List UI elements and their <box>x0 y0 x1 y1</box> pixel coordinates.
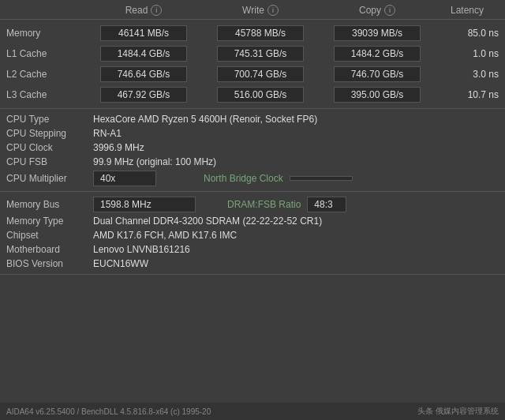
mem-info-label: Motherboard <box>6 244 93 255</box>
cpu-info-label: CPU Stepping <box>6 128 93 139</box>
mem-bus-value: 1598.8 MHz <box>93 197 196 212</box>
bench-copy-box: 1484.2 GB/s <box>319 46 436 62</box>
bench-latency-value: 85.0 ns <box>468 28 499 39</box>
write-info-icon[interactable]: i <box>267 5 279 16</box>
bench-copy-box: 746.70 GB/s <box>319 66 436 82</box>
bench-latency-value: 10.7 ns <box>468 89 499 100</box>
bench-latency-box: 1.0 ns <box>436 48 499 59</box>
cpu-info-value: 3996.9 MHz <box>93 142 144 153</box>
bench-row-label: Memory <box>6 28 85 39</box>
bench-write-value: 45788 MB/s <box>217 25 304 41</box>
main-container: Read i Write i Copy i Latency Memory 461… <box>0 0 505 420</box>
cpu-info-row: CPU Type HexaCore AMD Ryzen 5 4600H (Ren… <box>0 112 505 126</box>
mem-info-container: Memory Bus 1598.8 MHz DRAM:FSB Ratio 48:… <box>0 195 505 271</box>
dram-ratio-value: 48:3 <box>307 197 346 212</box>
nb-clock-label: North Bridge Clock <box>204 173 283 184</box>
bench-write-value: 745.31 GB/s <box>217 46 304 62</box>
cpu-info-container: CPU Type HexaCore AMD Ryzen 5 4600H (Ren… <box>0 112 505 188</box>
bench-write-value: 700.74 GB/s <box>217 66 304 82</box>
bench-latency-box: 85.0 ns <box>436 28 499 39</box>
mem-bus-row: Memory Bus 1598.8 MHz DRAM:FSB Ratio 48:… <box>0 195 505 214</box>
read-info-icon[interactable]: i <box>151 5 162 16</box>
cpu-info-row: CPU FSB 99.9 MHz (original: 100 MHz) <box>0 155 505 169</box>
bench-read-box: 746.64 GB/s <box>85 66 202 82</box>
mem-info-row: Memory Type Dual Channel DDR4-3200 SDRAM… <box>0 214 505 228</box>
cpu-multiplier-label: CPU Multiplier <box>6 173 93 184</box>
bench-copy-value: 746.70 GB/s <box>334 66 421 82</box>
header-row: Read i Write i Copy i Latency <box>0 0 505 20</box>
cpu-info-row: CPU Clock 3996.9 MHz <box>0 141 505 155</box>
cpu-info-value: HexaCore AMD Ryzen 5 4600H (Renoir, Sock… <box>93 114 317 125</box>
bench-copy-value: 395.00 GB/s <box>334 87 421 103</box>
footer-right: 头条 俄媒内容管理系统 <box>417 406 499 417</box>
mem-info-value: Lenovo LNVNB161216 <box>93 244 190 255</box>
bench-write-box: 516.00 GB/s <box>202 87 319 103</box>
cpu-info-row: CPU Stepping RN-A1 <box>0 126 505 141</box>
bench-write-value: 516.00 GB/s <box>217 87 304 103</box>
bench-read-value: 467.92 GB/s <box>100 87 187 103</box>
bench-write-box: 45788 MB/s <box>202 25 319 41</box>
mem-info-value: AMD K17.6 FCH, AMD K17.6 IMC <box>93 230 237 241</box>
footer: AIDA64 v6.25.5400 / BenchDLL 4.5.816.8-x… <box>0 403 505 420</box>
cpu-info-section: CPU Type HexaCore AMD Ryzen 5 4600H (Ren… <box>0 109 505 192</box>
bench-read-box: 1484.4 GB/s <box>85 46 202 62</box>
cpu-multiplier-value: 40x <box>93 171 156 186</box>
copy-label: Copy <box>359 5 381 16</box>
mem-info-label: BIOS Version <box>6 258 93 269</box>
nb-clock-value <box>290 176 353 181</box>
bench-copy-box: 395.00 GB/s <box>319 87 436 103</box>
cpu-info-label: CPU Type <box>6 114 93 125</box>
bench-read-box: 46141 MB/s <box>85 25 202 41</box>
dram-ratio-label: DRAM:FSB Ratio <box>227 199 301 210</box>
mem-info-value: Dual Channel DDR4-3200 SDRAM (22-22-22-5… <box>93 216 322 227</box>
bench-row: L1 Cache 1484.4 GB/s 745.31 GB/s 1484.2 … <box>0 43 505 64</box>
copy-info-icon[interactable]: i <box>384 5 395 16</box>
bench-read-value: 46141 MB/s <box>100 25 187 41</box>
mem-info-label: Memory Type <box>6 216 93 227</box>
read-label: Read <box>125 5 148 16</box>
bench-copy-value: 1484.2 GB/s <box>334 46 421 62</box>
bench-row-label: L1 Cache <box>6 48 85 59</box>
bench-section: Memory 46141 MB/s 45788 MB/s 39039 MB/s … <box>0 20 505 109</box>
bench-row: L2 Cache 746.64 GB/s 700.74 GB/s 746.70 … <box>0 64 505 84</box>
bench-row: L3 Cache 467.92 GB/s 516.00 GB/s 395.00 … <box>0 84 505 105</box>
mem-info-row: Chipset AMD K17.6 FCH, AMD K17.6 IMC <box>0 228 505 242</box>
bench-row-label: L2 Cache <box>6 69 85 80</box>
cpu-info-label: CPU Clock <box>6 142 93 153</box>
cpu-info-label: CPU FSB <box>6 156 93 167</box>
bench-latency-box: 3.0 ns <box>436 69 499 80</box>
bench-row: Memory 46141 MB/s 45788 MB/s 39039 MB/s … <box>0 23 505 43</box>
mem-info-row: Motherboard Lenovo LNVNB161216 <box>0 242 505 257</box>
cpu-info-value: RN-A1 <box>93 128 122 139</box>
cpu-multiplier-row: CPU Multiplier 40x North Bridge Clock <box>0 169 505 188</box>
bench-write-box: 700.74 GB/s <box>202 66 319 82</box>
mem-info-label: Chipset <box>6 230 93 241</box>
cpu-info-value: 99.9 MHz (original: 100 MHz) <box>93 156 216 167</box>
bench-latency-value: 1.0 ns <box>473 48 499 59</box>
bench-latency-box: 10.7 ns <box>436 89 499 100</box>
bench-row-label: L3 Cache <box>6 89 85 100</box>
bench-read-value: 1484.4 GB/s <box>100 46 187 62</box>
bench-write-box: 745.31 GB/s <box>202 46 319 62</box>
bench-read-value: 746.64 GB/s <box>100 66 187 82</box>
bench-latency-value: 3.0 ns <box>473 69 499 80</box>
mem-info-section: Memory Bus 1598.8 MHz DRAM:FSB Ratio 48:… <box>0 192 505 275</box>
write-label: Write <box>242 5 264 16</box>
bench-rows-container: Memory 46141 MB/s 45788 MB/s 39039 MB/s … <box>0 23 505 105</box>
header-read: Read i <box>85 5 202 16</box>
footer-left: AIDA64 v6.25.5400 / BenchDLL 4.5.816.8-x… <box>6 407 211 416</box>
header-copy: Copy i <box>319 5 436 16</box>
header-write: Write i <box>202 5 319 16</box>
bench-copy-value: 39039 MB/s <box>334 25 421 41</box>
mem-info-value: EUCN16WW <box>93 258 148 269</box>
header-latency: Latency <box>436 5 499 16</box>
mem-info-row: BIOS Version EUCN16WW <box>0 257 505 271</box>
bench-copy-box: 39039 MB/s <box>319 25 436 41</box>
mem-bus-label: Memory Bus <box>6 199 93 210</box>
bench-read-box: 467.92 GB/s <box>85 87 202 103</box>
